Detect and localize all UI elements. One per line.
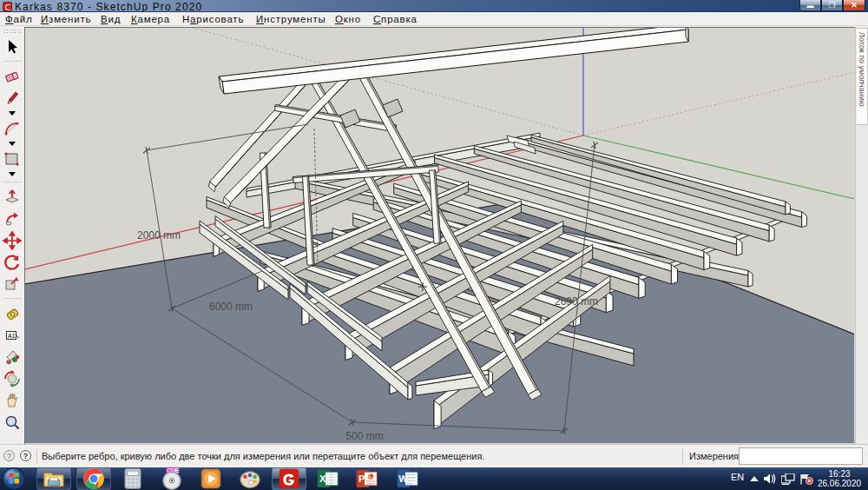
svg-text:P: P	[358, 473, 365, 484]
svg-text:6000 mm: 6000 mm	[209, 301, 253, 313]
svg-text:500 mm: 500 mm	[345, 430, 383, 442]
svg-text:2000 mm: 2000 mm	[137, 229, 181, 242]
svg-text:W: W	[398, 473, 408, 484]
svg-text:2690 mm: 2690 mm	[555, 295, 598, 308]
svg-text:X: X	[319, 473, 326, 484]
